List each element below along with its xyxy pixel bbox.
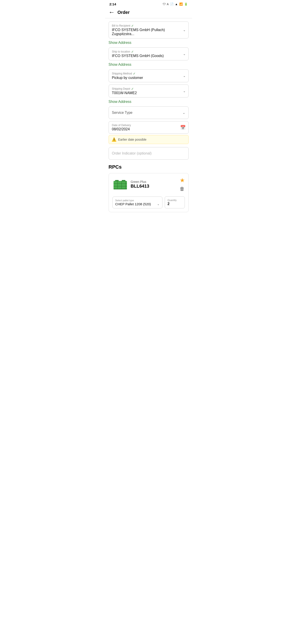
show-address-3[interactable]: Show Address <box>109 100 189 104</box>
top-nav: ← Order <box>105 8 192 18</box>
order-indicator-field[interactable]: Order Indicator (optional) <box>109 147 189 160</box>
pallet-select-value: CHEP Pallet 1208 (520) ⌄ <box>115 202 160 206</box>
rpc-info: Green Plus BLL6413 <box>131 180 177 189</box>
shield-icon: 🛡 <box>163 2 166 6</box>
wifi-icon: ▲ <box>175 2 178 6</box>
bill-to-recipient-label: Bill to Recipient ✓ <box>112 24 185 28</box>
quantity-field[interactable]: Quantity 2 <box>165 196 185 208</box>
back-button[interactable]: ← <box>109 9 115 16</box>
date-of-delivery-value: 08/02/2024 <box>112 127 185 131</box>
ship-to-location-label: Ship to location ✓ <box>112 50 185 54</box>
show-address-1[interactable]: Show Address <box>109 41 189 45</box>
check-icon-shipping: ✓ <box>133 72 136 75</box>
date-of-delivery-label: Date of Delivery <box>112 124 185 127</box>
dropdown-arrow-bill: ⌄ <box>183 28 186 32</box>
dropdown-arrow-ship: ⌄ <box>183 52 186 56</box>
rpc-header: Green Plus BLL6413 ★ 🗑 <box>112 177 185 192</box>
pallet-select-field[interactable]: Select pallet type CHEP Pallet 1208 (520… <box>112 196 162 208</box>
service-type-field[interactable]: Service Type ⌄ <box>109 106 189 119</box>
content-area: Bill to Recipient ✓ IFCO SYSTEMS GmbH (P… <box>105 22 192 221</box>
check-icon-ship: ✓ <box>131 50 134 54</box>
svg-rect-0 <box>113 181 127 190</box>
svg-rect-6 <box>115 180 119 181</box>
quantity-label: Quantity <box>168 199 182 202</box>
pallet-row: Select pallet type CHEP Pallet 1208 (520… <box>112 196 185 208</box>
check-icon-depot: ✓ <box>131 87 134 90</box>
warning-text: Earlier date possible <box>118 138 147 141</box>
service-type-placeholder: Service Type <box>112 111 133 115</box>
quantity-value: 2 <box>168 202 182 206</box>
rpc-card: Green Plus BLL6413 ★ 🗑 Select pallet typ… <box>109 173 189 212</box>
dropdown-arrow-depot: ⌄ <box>183 89 186 93</box>
date-of-delivery-field[interactable]: Date of Delivery 08/02/2024 📅 <box>109 121 189 134</box>
svg-rect-8 <box>113 188 127 190</box>
star-icon[interactable]: ★ <box>180 177 185 184</box>
rpc-image <box>112 178 128 190</box>
rpcs-title: RPCs <box>109 164 189 170</box>
dropdown-arrow-pallet: ⌄ <box>157 202 160 206</box>
order-indicator-placeholder: Order Indicator (optional) <box>112 152 152 155</box>
svg-rect-7 <box>122 180 125 181</box>
rpc-actions: ★ 🗑 <box>180 177 185 192</box>
file-icon: 📄 <box>170 2 174 6</box>
show-address-2[interactable]: Show Address <box>109 62 189 67</box>
warning-icon: ⚠️ <box>111 137 116 142</box>
bill-to-recipient-field[interactable]: Bill to Recipient ✓ IFCO SYSTEMS GmbH (P… <box>109 22 189 38</box>
battery-icon: 🔋 <box>184 2 188 6</box>
shipping-method-field[interactable]: Shipping Method ✓ Pickup by customer ⌄ <box>109 69 189 82</box>
shipping-method-value: Pickup by customer <box>112 76 185 80</box>
pallet-select-label: Select pallet type <box>115 199 160 202</box>
text-icon: A <box>167 3 169 6</box>
status-icons: 🛡 A 📄 ▲ 📶 🔋 <box>163 2 188 6</box>
signal-icon: 📶 <box>179 2 183 6</box>
shipping-method-label: Shipping Method ✓ <box>112 72 185 75</box>
rpc-code: BLL6413 <box>131 184 177 189</box>
rpcs-section: RPCs <box>109 164 189 212</box>
status-bar: 2:14 🛡 A 📄 ▲ 📶 🔋 <box>105 0 192 8</box>
early-date-warning: ⚠️ Earlier date possible <box>109 135 189 144</box>
bill-to-recipient-value: IFCO SYSTEMS GmbH (Pullach) Zugspitzstra… <box>112 28 185 36</box>
shipping-depot-value: T001W-NAME2 <box>112 91 185 95</box>
shipping-depot-label: Shipping Depot ✓ <box>112 87 185 90</box>
status-time: 2:14 <box>109 2 116 6</box>
page-title: Order <box>118 10 130 15</box>
ship-to-location-value: IFCO SYSTEMS GmbH (Goods) <box>112 54 185 58</box>
calendar-icon: 📅 <box>180 125 186 130</box>
dropdown-arrow-shipping: ⌄ <box>183 74 186 78</box>
check-icon-bill: ✓ <box>131 24 134 28</box>
rpc-category: Green Plus <box>131 180 177 184</box>
shipping-depot-field[interactable]: Shipping Depot ✓ T001W-NAME2 ⌄ <box>109 84 189 98</box>
ship-to-location-field[interactable]: Ship to location ✓ IFCO SYSTEMS GmbH (Go… <box>109 48 189 60</box>
dropdown-arrow-service: ⌄ <box>183 111 185 114</box>
trash-icon[interactable]: 🗑 <box>180 186 185 192</box>
